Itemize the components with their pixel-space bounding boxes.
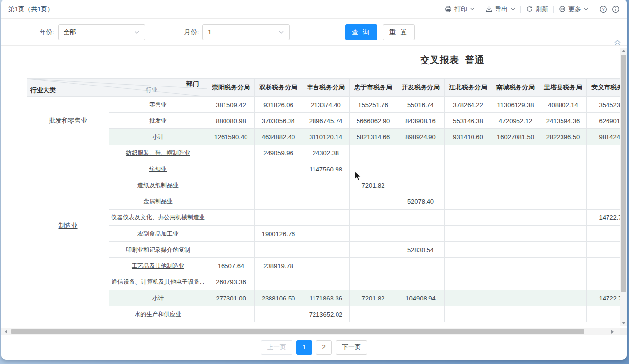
page-button-2[interactable]: 2 — [316, 340, 332, 355]
more-button[interactable]: 更多 — [559, 5, 589, 14]
value-cell — [587, 274, 621, 290]
table-row: 小计1261590.404634882.403110120.145821314.… — [27, 129, 621, 145]
value-cell — [255, 161, 302, 177]
table-row: 仪器仪表及文化、办公用机械制造业14722.7 — [27, 210, 621, 226]
collapse-panel-icon[interactable] — [613, 39, 622, 46]
month-select[interactable]: 1 — [202, 24, 290, 40]
month-select-value: 1 — [208, 28, 211, 36]
value-cell — [492, 193, 539, 210]
industry-cell[interactable]: 纺织业 — [109, 161, 207, 177]
info-button[interactable] — [612, 5, 620, 13]
column-header: 安义市税务局 — [587, 79, 621, 97]
print-button[interactable]: 打印 — [445, 5, 475, 14]
value-cell — [207, 242, 255, 258]
help-button[interactable]: ? — [599, 5, 607, 13]
column-header: 里塔县税务局 — [539, 79, 587, 97]
value-cell — [302, 242, 350, 258]
toolbar-divider — [594, 6, 594, 13]
arrow-down-icon — [622, 322, 626, 324]
month-label: 月份: — [184, 28, 199, 37]
reset-button[interactable]: 重 置 — [383, 24, 415, 40]
value-cell: 3110120.14 — [302, 129, 350, 145]
column-header: 开发税务分局 — [397, 79, 445, 97]
query-button[interactable]: 查 询 — [345, 24, 377, 40]
value-cell — [492, 306, 539, 322]
value-cell: 2413594.36 — [539, 113, 587, 129]
value-cell — [539, 177, 587, 193]
corner-label-industry-group: 行业大类 — [30, 86, 56, 95]
year-select[interactable]: 全部 — [58, 24, 145, 40]
value-cell: 7213652.02 — [302, 306, 350, 322]
header-row: 部门 行业 行业大类 崇阳税务分局双桥税务分局丰台税务分局忠于市税务局开发税务分… — [27, 79, 621, 97]
prev-page-button[interactable]: 上一页 — [261, 340, 292, 355]
year-label: 年份: — [40, 28, 54, 37]
table-row: 纺织业1147560.98 — [27, 161, 621, 177]
value-cell — [587, 226, 621, 242]
value-cell — [587, 145, 621, 161]
vertical-scrollbar-thumb[interactable] — [621, 55, 626, 292]
scroll-up-button[interactable] — [620, 48, 627, 54]
value-cell: 2896745.74 — [302, 113, 350, 129]
column-header: 忠于市税务局 — [350, 79, 397, 97]
value-cell: 5666062.90 — [350, 113, 397, 129]
value-cell: 354523. — [587, 97, 621, 113]
toolbar-divider — [480, 6, 480, 13]
scroll-down-button[interactable] — [620, 320, 627, 326]
value-cell: 11306129.38 — [492, 97, 539, 113]
diagonal-corner-cell: 部门 行业 行业大类 — [27, 79, 207, 97]
export-button[interactable]: 导出 — [485, 5, 516, 14]
industry-cell[interactable]: 水的生产和供应业 — [109, 306, 207, 322]
table-row: 金属制品业52078.40 — [27, 193, 621, 210]
industry-group-cell[interactable]: 制造业 — [27, 145, 109, 306]
next-page-button[interactable]: 下一页 — [336, 340, 367, 355]
chevron-down-icon — [278, 29, 284, 35]
industry-cell[interactable]: 造纸及纸制品业 — [109, 177, 207, 193]
value-cell — [302, 274, 350, 290]
value-cell — [350, 161, 397, 177]
corner-label-department: 部门 — [186, 80, 199, 88]
more-icon — [559, 5, 566, 13]
column-header: 双桥税务分局 — [255, 79, 302, 97]
value-cell — [445, 258, 492, 274]
value-cell — [397, 177, 445, 193]
value-cell: 104908.94 — [397, 290, 445, 306]
column-header: 南城税务分局 — [492, 79, 539, 97]
crosstab-table: 部门 行业 行业大类 崇阳税务分局双桥税务分局丰台税务分局忠于市税务局开发税务分… — [27, 78, 620, 322]
vertical-scrollbar[interactable] — [620, 48, 627, 326]
horizontal-scrollbar-thumb[interactable] — [11, 329, 584, 334]
industry-cell[interactable]: 工艺品及其他制造业 — [109, 258, 207, 274]
refresh-button[interactable]: 刷新 — [526, 5, 548, 14]
parameter-bar: 年份: 全部 月份: 1 查 询 重 置 — [1, 19, 627, 46]
table-row: 造纸及纸制品业7201.82 — [27, 177, 621, 193]
page-number-buttons: 12 — [296, 340, 332, 355]
chevron-down-icon — [134, 29, 140, 35]
toolbar-divider — [520, 6, 521, 13]
value-cell: 981424. — [587, 129, 621, 145]
page-button-1[interactable]: 1 — [296, 340, 312, 355]
value-cell — [397, 226, 445, 242]
export-label: 导出 — [495, 5, 508, 14]
value-cell — [587, 306, 621, 322]
scroll-left-button[interactable] — [3, 328, 9, 335]
scroll-right-button[interactable] — [609, 328, 616, 335]
value-cell — [539, 306, 587, 322]
scrollbar-corner — [620, 328, 627, 335]
value-cell: 931826.06 — [255, 97, 302, 113]
industry-cell[interactable]: 农副食品加工业 — [109, 226, 207, 242]
corner-label-industry: 行业 — [146, 86, 157, 94]
value-cell: 14722.7 — [587, 210, 621, 226]
column-header: 江北税务分局 — [445, 79, 492, 97]
value-cell: 5821314.66 — [350, 129, 397, 145]
industry-cell: 小计 — [109, 129, 207, 145]
value-cell — [539, 274, 587, 290]
value-cell — [587, 161, 621, 177]
value-cell — [302, 210, 350, 226]
value-cell — [445, 274, 492, 290]
report-title: 交叉报表_普通 — [27, 54, 620, 66]
value-cell — [397, 161, 445, 177]
value-cell: 55016.74 — [397, 97, 445, 113]
industry-cell[interactable]: 纺织服装、鞋、帽制造业 — [109, 145, 207, 161]
industry-cell[interactable]: 金属制品业 — [109, 193, 207, 210]
refresh-label: 刷新 — [536, 5, 548, 14]
horizontal-scrollbar[interactable] — [1, 328, 620, 335]
